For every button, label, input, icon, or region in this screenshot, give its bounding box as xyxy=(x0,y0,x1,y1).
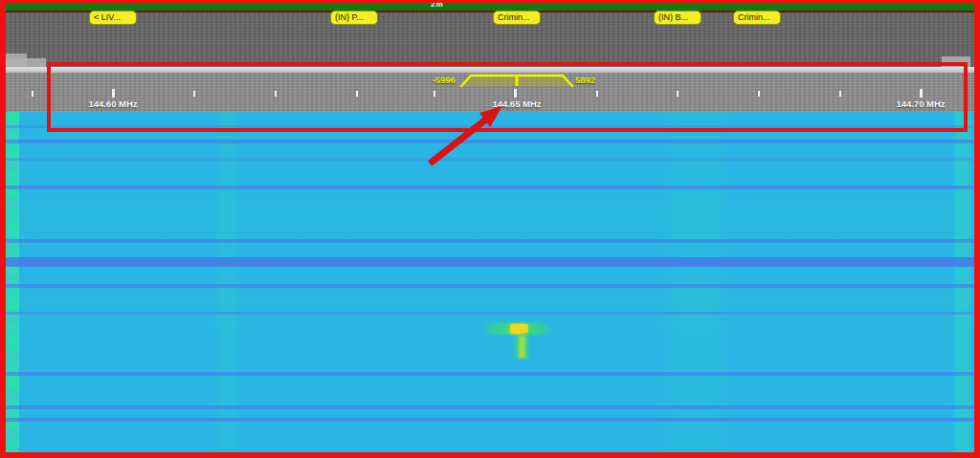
frequency-tick-minor xyxy=(839,91,841,97)
frequency-tick-minor xyxy=(356,91,358,97)
filter-high-offset: 5892 xyxy=(575,75,595,85)
frequency-tick-minor xyxy=(677,91,679,97)
frequency-label: 144.60 MHz xyxy=(88,98,137,109)
spectrum-trace-step xyxy=(0,58,46,67)
band-plan-bar: 2m xyxy=(0,3,980,12)
waterfall-history-line xyxy=(0,372,980,376)
waterfall-history-line xyxy=(0,312,980,315)
frequency-tick-minor xyxy=(275,91,277,97)
signal-burst-vertical xyxy=(513,336,530,359)
waterfall-history-line xyxy=(0,257,980,267)
waterfall-history-line xyxy=(0,140,980,143)
band-plan-label: 2m xyxy=(431,0,444,9)
signal-burst-core xyxy=(510,324,528,333)
filter-low-offset: -5996 xyxy=(427,75,456,85)
waterfall-edge-artifact xyxy=(6,112,19,452)
waterfall-history-line xyxy=(0,239,980,243)
waterfall-history-line xyxy=(0,405,980,409)
sdr-waterfall-window: 2m < LIV...(IN) P...Crimin...(IN) B...Cr… xyxy=(0,0,980,458)
frequency-tick-major xyxy=(112,89,115,98)
frequency-tick-minor xyxy=(32,91,33,97)
spectrum-display[interactable] xyxy=(0,12,980,67)
bookmark-flag[interactable]: < LIV... xyxy=(89,11,137,25)
waterfall-display[interactable] xyxy=(0,112,980,452)
bookmark-flag[interactable]: Crimin... xyxy=(493,11,541,25)
frequency-tick-minor xyxy=(758,91,760,97)
waterfall-history-line xyxy=(0,125,980,128)
spectrum-trace-step xyxy=(942,56,970,67)
frequency-tick-major xyxy=(920,89,923,98)
waterfall-history-line xyxy=(0,418,980,422)
bookmark-flag[interactable]: (IN) P... xyxy=(330,11,378,25)
frequency-tick-minor xyxy=(193,91,195,97)
waterfall-history-line xyxy=(0,158,980,161)
bookmark-flag[interactable]: (IN) B... xyxy=(654,11,702,25)
waterfall-history-line xyxy=(0,185,980,189)
bookmark-flag[interactable]: Crimin... xyxy=(733,11,781,25)
waterfall-history-line xyxy=(0,284,980,288)
frequency-label: 144.70 MHz xyxy=(896,98,945,109)
